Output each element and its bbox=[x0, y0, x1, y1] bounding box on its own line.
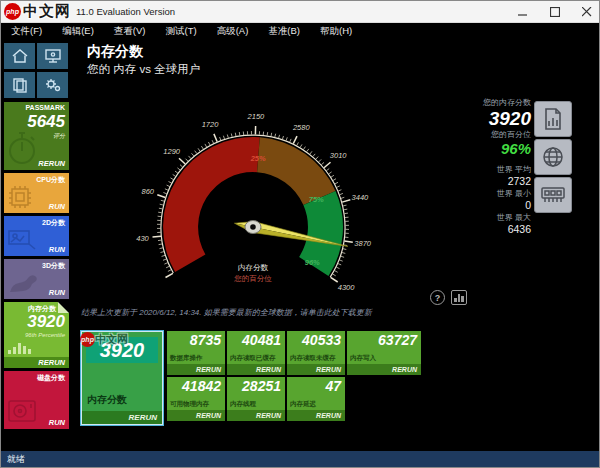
menu-item[interactable]: 查看(V) bbox=[104, 23, 156, 39]
world-max-value: 6436 bbox=[425, 223, 531, 236]
run-button[interactable]: RUN bbox=[49, 245, 65, 254]
tile-title: 3D分数 bbox=[42, 261, 65, 271]
summary-label: 内存分数 bbox=[87, 393, 127, 407]
settings-button[interactable] bbox=[37, 72, 68, 98]
home-icon bbox=[11, 48, 29, 64]
side-tool-column bbox=[534, 101, 572, 213]
svg-text:96%: 96% bbox=[305, 258, 320, 267]
result-label: 内存读取未缓存 bbox=[290, 354, 336, 363]
world-results-button[interactable] bbox=[534, 139, 572, 175]
sidebar-tile-disk[interactable]: 磁盘分数 RUN bbox=[4, 371, 69, 429]
svg-text:3870: 3870 bbox=[354, 239, 372, 248]
world-min-value: 0 bbox=[425, 199, 531, 212]
world-max-label: 世界 最大 bbox=[425, 212, 531, 223]
result-tile[interactable]: 28251内存线程RERUN bbox=[227, 377, 285, 421]
rerun-button[interactable]: RERUN bbox=[287, 364, 345, 375]
chart-icon bbox=[454, 298, 457, 302]
rerun-button[interactable]: RERUN bbox=[347, 364, 421, 375]
rerun-button[interactable]: RERUN bbox=[287, 410, 345, 421]
tile-title: 2D分数 bbox=[42, 218, 65, 228]
memory-hardware-button[interactable] bbox=[534, 177, 572, 213]
tile-value: 3920 bbox=[27, 312, 65, 332]
svg-text:25%: 25% bbox=[250, 154, 266, 163]
close-button[interactable] bbox=[579, 5, 595, 19]
tile-subtitle: 96th Percentile bbox=[25, 332, 65, 338]
status-bar: 就绪 bbox=[1, 451, 600, 467]
result-tile[interactable]: 8735数据库操作RERUN bbox=[167, 331, 225, 375]
dinosaur-3d-icon bbox=[6, 272, 40, 296]
run-button[interactable]: RUN bbox=[49, 418, 65, 427]
result-tile[interactable]: 41842可用物理内存RERUN bbox=[167, 377, 225, 421]
app-window: php 中文网 11.0 Evaluation Version 文件(F)编辑(… bbox=[0, 0, 600, 468]
run-button[interactable]: RUN bbox=[49, 288, 65, 297]
system-info-icon bbox=[44, 48, 62, 64]
your-score-value: 3920 bbox=[425, 108, 531, 129]
sidebar-tile-cpu[interactable]: CPU分数 RUN bbox=[4, 173, 69, 213]
rerun-button[interactable]: RERUN bbox=[82, 411, 162, 424]
result-tiles-grid: 8735数据库操作RERUN40481内存读取已缓存RERUN40533内存读取… bbox=[167, 331, 421, 421]
world-avg-value: 2732 bbox=[425, 175, 531, 188]
svg-text:您的百分位: 您的百分位 bbox=[233, 274, 272, 283]
sidebar-tile-passmark[interactable]: PASSMARK 5645 评分 RERUN bbox=[4, 102, 69, 170]
minimize-button[interactable] bbox=[515, 5, 531, 19]
result-label: 内存写入 bbox=[350, 354, 376, 363]
run-button[interactable]: RUN bbox=[49, 202, 65, 211]
rerun-button[interactable]: RERUN bbox=[38, 159, 65, 168]
result-tile[interactable]: 40481内存读取已缓存RERUN bbox=[227, 331, 285, 375]
menu-item[interactable]: 基准(B) bbox=[258, 23, 310, 39]
world-avg-label: 世界 平均 bbox=[425, 164, 531, 175]
menu-bar: 文件(F)编辑(E)查看(V)测试(T)高级(A)基准(B)帮助(H) bbox=[1, 23, 600, 39]
svg-text:3010: 3010 bbox=[330, 151, 348, 160]
result-value: 28251 bbox=[242, 378, 281, 394]
page-subtitle: 您的 内存 vs 全球用户 bbox=[87, 62, 200, 77]
rerun-button[interactable]: RERUN bbox=[167, 364, 225, 375]
stats-panel: 您的内存分数 3920 您的百分位 96% 世界 平均 2732 世界 最小 0… bbox=[425, 97, 531, 236]
help-button[interactable]: ? bbox=[430, 290, 445, 305]
report-document-icon bbox=[542, 107, 564, 131]
percentile-label: 您的百分位 bbox=[425, 129, 531, 140]
tile-title: CPU分数 bbox=[36, 175, 65, 185]
result-tile[interactable]: 40533内存读取未缓存RERUN bbox=[287, 331, 345, 375]
result-value: 40533 bbox=[302, 332, 341, 348]
results-updated-note[interactable]: 结果上次更新于 2020/6/12, 14:34. 如果需要最新的全球数据，请单… bbox=[81, 307, 451, 318]
memory-score-summary-tile[interactable]: 3920 内存分数 RERUN bbox=[81, 331, 163, 425]
summary-score: 3920 bbox=[100, 339, 145, 361]
question-mark-icon: ? bbox=[435, 293, 441, 303]
sidebar-tile-3d[interactable]: 3D分数 RUN bbox=[4, 259, 69, 299]
home-button[interactable] bbox=[4, 43, 35, 69]
svg-text:4300: 4300 bbox=[338, 283, 356, 292]
svg-text:1720: 1720 bbox=[202, 120, 220, 129]
sidebar-tile-memory[interactable]: 内存分数 3920 96th Percentile RERUN bbox=[4, 302, 69, 368]
php-logo-icon: php bbox=[4, 3, 21, 20]
result-label: 内存延迟 bbox=[290, 400, 316, 409]
rerun-button[interactable]: RERUN bbox=[227, 410, 285, 421]
tile-title: 磁盘分数 bbox=[37, 373, 65, 383]
sidebar-tile-2d[interactable]: 2D分数 RUN bbox=[4, 216, 69, 256]
rerun-button[interactable]: RERUN bbox=[227, 364, 285, 375]
result-tile[interactable]: 63727内存写入RERUN bbox=[347, 331, 421, 375]
system-info-button[interactable] bbox=[37, 43, 68, 69]
result-tile[interactable]: 47内存延迟RERUN bbox=[287, 377, 345, 421]
result-value: 40481 bbox=[242, 332, 281, 348]
report-button[interactable] bbox=[534, 101, 572, 137]
hard-disk-icon bbox=[6, 396, 40, 426]
rerun-button[interactable]: RERUN bbox=[167, 410, 225, 421]
reports-button[interactable] bbox=[4, 72, 35, 98]
svg-text:860: 860 bbox=[142, 187, 155, 196]
result-label: 数据库操作 bbox=[170, 354, 203, 363]
menu-item[interactable]: 编辑(E) bbox=[52, 23, 104, 39]
percentile-histogram-icon bbox=[8, 340, 34, 354]
cn-logo-text: 中文网 bbox=[23, 2, 71, 21]
svg-text:内存分数: 内存分数 bbox=[238, 263, 269, 272]
settings-icon bbox=[44, 77, 62, 93]
menu-item[interactable]: 高级(A) bbox=[207, 23, 259, 39]
monitor-2d-icon bbox=[6, 227, 38, 253]
memory-score-gauge: 4308601290172021502580301034403870430025… bbox=[113, 89, 413, 314]
maximize-button[interactable] bbox=[547, 5, 563, 19]
chart-view-button[interactable] bbox=[451, 290, 467, 305]
menu-item[interactable]: 文件(F) bbox=[1, 23, 52, 39]
menu-item[interactable]: 测试(T) bbox=[155, 23, 206, 39]
menu-item[interactable]: 帮助(H) bbox=[310, 23, 362, 39]
rerun-button[interactable]: RERUN bbox=[4, 357, 69, 368]
world-min-label: 世界 最小 bbox=[425, 188, 531, 199]
